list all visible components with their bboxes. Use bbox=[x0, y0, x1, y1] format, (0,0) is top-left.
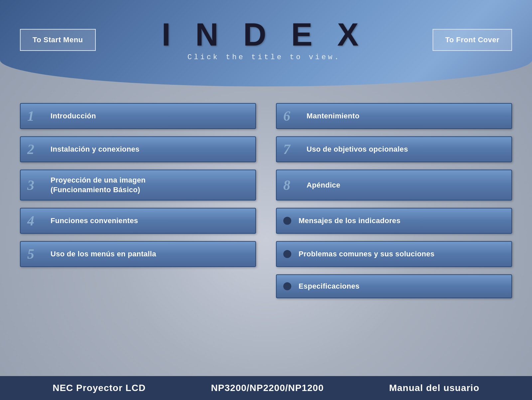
index-item-2[interactable]: 2Instalación y conexiones bbox=[20, 136, 256, 162]
index-item-6[interactable]: 6Mantenimiento bbox=[276, 103, 512, 129]
footer-brand: NEC Proyector LCD bbox=[53, 383, 146, 393]
item-label: Proyección de una imagen(Funcionamiento … bbox=[51, 176, 146, 195]
item-number: 5 bbox=[27, 247, 47, 261]
item-label: Mensajes de los indicadores bbox=[299, 216, 400, 225]
index-item-5[interactable]: 5Uso de los menús en pantalla bbox=[20, 241, 256, 267]
item-label: Introducción bbox=[51, 112, 96, 120]
item-label: Apéndice bbox=[307, 181, 340, 190]
item-number: 2 bbox=[27, 142, 47, 156]
index-item-8[interactable]: 8Apéndice bbox=[276, 170, 512, 200]
bullet-icon bbox=[283, 250, 291, 258]
bullet-icon bbox=[283, 217, 291, 225]
index-item-bullet1[interactable]: Mensajes de los indicadores bbox=[276, 208, 512, 234]
footer-model: NP3200/NP2200/NP1200 bbox=[211, 383, 324, 393]
item-label: Uso de objetivos opcionales bbox=[307, 145, 408, 154]
item-label: Funciones convenientes bbox=[51, 216, 138, 225]
item-number: 3 bbox=[27, 178, 47, 192]
grid-spacer bbox=[20, 274, 256, 298]
item-number: 1 bbox=[27, 109, 47, 123]
index-item-bullet3[interactable]: Especificaciones bbox=[276, 274, 512, 298]
item-number: 4 bbox=[27, 214, 47, 228]
header-center: I N D E X Click the title to view. bbox=[96, 19, 433, 62]
item-number: 8 bbox=[283, 178, 303, 192]
item-label: Problemas comunes y sus soluciones bbox=[299, 250, 435, 258]
index-item-3[interactable]: 3Proyección de una imagen(Funcionamiento… bbox=[20, 170, 256, 200]
page-title: I N D E X bbox=[96, 19, 433, 51]
front-cover-button[interactable]: To Front Cover bbox=[433, 29, 512, 51]
start-menu-button[interactable]: To Start Menu bbox=[20, 29, 96, 51]
item-label: Mantenimiento bbox=[307, 112, 359, 120]
header: To Start Menu I N D E X Click the title … bbox=[0, 0, 532, 80]
bullet-icon bbox=[283, 282, 291, 290]
item-label: Instalación y conexiones bbox=[51, 145, 140, 154]
item-number: 7 bbox=[283, 142, 303, 156]
index-item-7[interactable]: 7Uso de objetivos opcionales bbox=[276, 136, 512, 162]
page-subtitle: Click the title to view. bbox=[96, 53, 433, 62]
item-label: Especificaciones bbox=[299, 282, 359, 291]
index-grid: 1Introducción6Mantenimiento2Instalación … bbox=[0, 96, 532, 305]
index-item-4[interactable]: 4Funciones convenientes bbox=[20, 208, 256, 234]
index-item-1[interactable]: 1Introducción bbox=[20, 103, 256, 129]
item-number: 6 bbox=[283, 109, 303, 123]
footer-manual: Manual del usuario bbox=[389, 383, 479, 393]
index-item-bullet2[interactable]: Problemas comunes y sus soluciones bbox=[276, 241, 512, 267]
item-label: Uso de los menús en pantalla bbox=[51, 250, 156, 258]
footer: NEC Proyector LCD NP3200/NP2200/NP1200 M… bbox=[0, 376, 532, 400]
